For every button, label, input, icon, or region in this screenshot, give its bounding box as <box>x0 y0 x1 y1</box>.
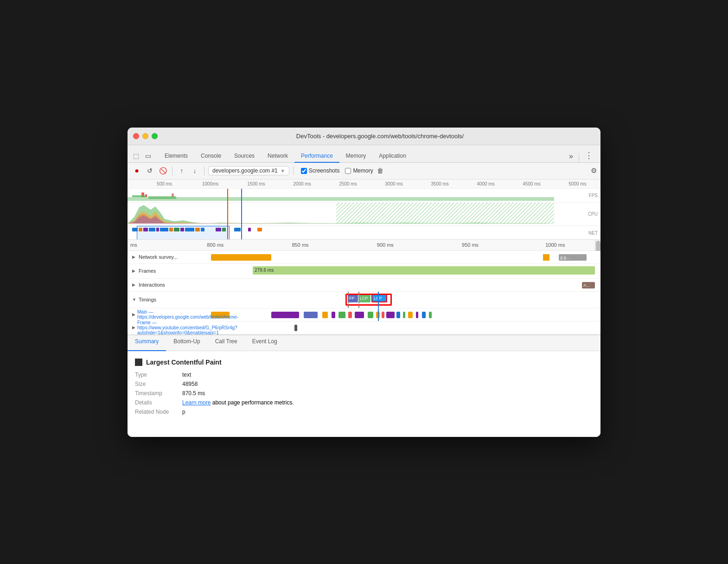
ruler-mark-6: 3500 ms <box>417 181 463 186</box>
track-network-survey[interactable]: ▶ Network survey... g g... <box>128 251 600 264</box>
net-label: NET <box>588 230 598 235</box>
svg-rect-11 <box>132 228 138 231</box>
cursor-icon[interactable]: ⬚ <box>131 151 140 160</box>
interactions-label[interactable]: ▶ Interactions <box>128 282 211 288</box>
cpu-chart <box>128 203 581 225</box>
main-blue-bar-1 <box>396 312 400 318</box>
details-text: about page performance metrics. <box>212 399 294 406</box>
timestamp-row: Timestamp 870.5 ms <box>135 390 593 397</box>
timings-arrow-icon: ▼ <box>132 297 137 302</box>
tab-performance[interactable]: Performance <box>294 150 339 163</box>
timings-text: Timings <box>139 297 156 302</box>
dashed-vline-lcp-small <box>358 292 359 308</box>
main-blue-vline <box>378 308 379 321</box>
close-button[interactable] <box>133 133 139 139</box>
cpu-row: CPU <box>128 203 600 226</box>
interaction-bar: A... <box>582 282 595 288</box>
ruler-mark-9: 5000 ms <box>555 181 600 186</box>
svg-rect-5 <box>148 196 176 199</box>
frame-label[interactable]: ▶ Frame — https://www.youtube.com/embed/… <box>128 320 211 335</box>
frame-arrow-icon: ▶ <box>132 325 135 330</box>
track-main[interactable]: ▶ Main — https://developers.google.com/w… <box>128 308 600 321</box>
overview-ruler-marks: 500 ms 1000ms 1500 ms 2000 ms 2500 ms 30… <box>132 181 600 186</box>
frames-label[interactable]: ▶ Frames <box>128 268 211 274</box>
frames-bar: 279.6 ms <box>253 266 595 275</box>
kebab-menu-icon[interactable]: ⋮ <box>581 148 597 162</box>
main-purple-bar-4 <box>355 312 364 318</box>
clear-button[interactable]: 🚫 <box>157 165 168 176</box>
screenshots-checkbox[interactable] <box>301 168 307 174</box>
frames-content: 279.6 ms <box>211 264 600 278</box>
svg-rect-19 <box>180 228 184 231</box>
svg-rect-21 <box>195 228 200 231</box>
more-tabs-icon[interactable]: » <box>565 150 577 162</box>
dropdown-arrow-icon: ▼ <box>281 168 285 173</box>
main-label[interactable]: ▶ Main — https://developers.google.com/w… <box>128 309 211 320</box>
network-survey-label[interactable]: ▶ Network survey... <box>128 254 211 260</box>
main-purple-bar-6 <box>416 312 418 318</box>
size-label: Size <box>135 381 177 387</box>
device-icon[interactable]: ▭ <box>143 151 153 160</box>
tab-application[interactable]: Application <box>372 150 413 163</box>
learn-more-link[interactable]: Learn more <box>182 399 211 406</box>
detail-mark-3: 900 ms <box>343 242 428 248</box>
record-button[interactable]: ● <box>131 165 142 176</box>
svg-rect-15 <box>156 228 159 231</box>
lcp-small-marker[interactable]: LCP <box>358 294 370 302</box>
ruler-mark-5: 3000 ms <box>371 181 417 186</box>
bottom-tab-bar: Summary Bottom-Up Call Tree Event Log <box>128 335 600 351</box>
memory-checkbox[interactable] <box>345 168 351 174</box>
overview-ruler: 500 ms 1000ms 1500 ms 2000 ms 2500 ms 30… <box>128 179 600 189</box>
fp-marker[interactable]: FP <box>348 294 358 302</box>
tab-elements[interactable]: Elements <box>158 150 194 163</box>
timings-label[interactable]: ▼ Timings <box>128 297 211 302</box>
main-purple-bar-2 <box>304 312 318 318</box>
ruler-mark-4: 2500 ms <box>325 181 371 186</box>
detail-ruler-marks: ms 800 ms 850 ms 900 ms 950 ms 1000 ms <box>130 242 598 248</box>
memory-checkbox-area: Memory <box>345 167 373 174</box>
tab-console[interactable]: Console <box>194 150 228 163</box>
main-text: Main — https://developers.google.com/web… <box>137 309 238 320</box>
upload-button[interactable]: ↑ <box>176 165 187 176</box>
main-content <box>211 308 600 321</box>
maximize-button[interactable] <box>152 133 158 139</box>
details-row: Details Learn more about page performanc… <box>135 399 593 406</box>
tab-event-log[interactable]: Event Log <box>245 335 285 351</box>
main-arrow-icon: ▶ <box>132 312 135 317</box>
lcp-marker[interactable]: LCP <box>371 294 387 302</box>
track-frames[interactable]: ▶ Frames 279.6 ms <box>128 264 600 279</box>
tab-network[interactable]: Network <box>261 150 294 163</box>
ruler-mark-1: 1000ms <box>187 181 233 186</box>
lcp-small-label: LCP <box>360 296 368 301</box>
network-survey-bar[interactable] <box>211 254 271 261</box>
fp-label: FP <box>349 296 355 301</box>
tab-summary[interactable]: Summary <box>128 335 166 351</box>
download-button[interactable]: ↓ <box>189 165 200 176</box>
svg-rect-3 <box>128 197 554 201</box>
url-selector[interactable]: developers.google.com #1 ▼ <box>208 166 289 175</box>
main-red-bar-2 <box>382 312 384 318</box>
ruler-mark-8: 4500 ms <box>509 181 555 186</box>
settings-icon[interactable]: ⚙ <box>591 167 597 175</box>
type-row: Type text <box>135 372 593 378</box>
ruler-mark-2: 1500 ms <box>233 181 279 186</box>
track-timings[interactable]: ▼ Timings FP LCP LCP <box>128 292 600 308</box>
svg-rect-20 <box>185 228 194 231</box>
tab-memory[interactable]: Memory <box>339 150 372 163</box>
timeline-overview[interactable]: 500 ms 1000ms 1500 ms 2000 ms 2500 ms 30… <box>128 179 600 240</box>
screenshots-label: Screenshots <box>309 167 340 174</box>
performance-toolbar: ● ↺ 🚫 ↑ ↓ developers.google.com #1 ▼ Scr… <box>128 163 600 179</box>
svg-rect-14 <box>149 228 155 231</box>
main-green-bar-2 <box>368 312 373 318</box>
tab-call-tree[interactable]: Call Tree <box>208 335 245 351</box>
main-blue-bar-2 <box>422 312 426 318</box>
reload-button[interactable]: ↺ <box>144 165 155 176</box>
tab-sources[interactable]: Sources <box>228 150 261 163</box>
track-interactions[interactable]: ▶ Interactions A... <box>128 279 600 292</box>
timeline-scrollbar[interactable] <box>595 240 600 250</box>
tab-bottom-up[interactable]: Bottom-Up <box>166 335 207 351</box>
svg-rect-26 <box>248 228 251 231</box>
minimize-button[interactable] <box>142 133 148 139</box>
track-frame[interactable]: ▶ Frame — https://www.youtube.com/embed/… <box>128 321 600 334</box>
trash-icon[interactable]: 🗑 <box>377 167 383 174</box>
